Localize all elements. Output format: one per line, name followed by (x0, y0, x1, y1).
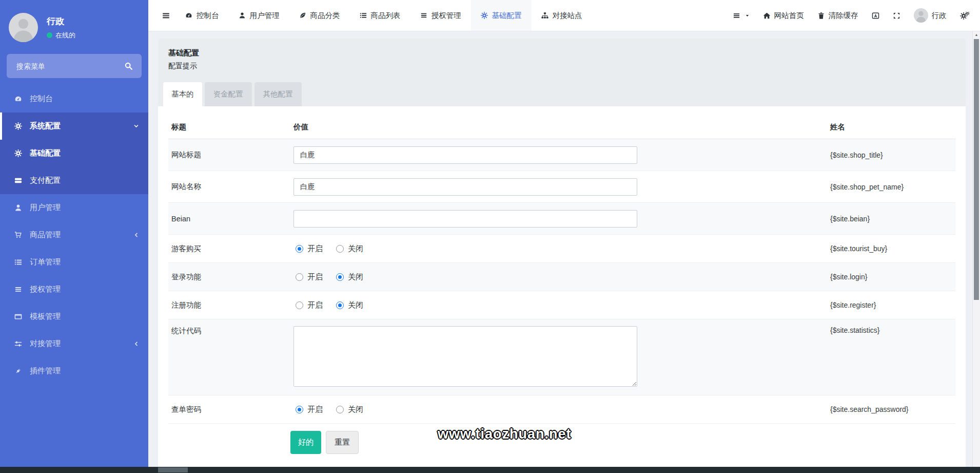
topnav-item-basic-config[interactable]: 基础配置 (471, 0, 532, 31)
row-value-cell (290, 210, 827, 228)
topnav-item-dock-site[interactable]: 对接站点 (532, 0, 592, 31)
topnav-item-users[interactable]: 用户管理 (229, 0, 289, 31)
radio-checked-icon[interactable] (296, 406, 303, 413)
online-status: 在线的 (55, 31, 75, 40)
radio-unchecked-icon[interactable] (296, 301, 303, 309)
radio-option-label: 关闭 (348, 405, 363, 414)
credit-card-icon (13, 177, 23, 184)
topnav-items: 控制台用户管理商品分类商品列表授权管理基础配置对接站点 (148, 0, 592, 31)
row-label: 登录功能 (168, 272, 290, 282)
sidebar-menu: 控制台系统配置基础配置支付配置用户管理商品管理订单管理授权管理模板管理对接管理插… (0, 85, 148, 385)
column-header-title: 标题 (168, 122, 290, 132)
sidebar-item-label: 控制台 (30, 94, 53, 104)
vertical-scrollbar-thumb[interactable] (974, 39, 979, 300)
nav-tool-site-home[interactable]: 网站首页 (763, 11, 804, 21)
radio-checked-icon[interactable] (336, 273, 344, 281)
scroll-up-icon[interactable]: ▲ (973, 31, 980, 36)
sidebar-item-payment-config[interactable]: 支付配置 (0, 167, 148, 194)
row-value-cell (290, 146, 827, 164)
horizontal-scrollbar-thumb[interactable] (158, 467, 188, 472)
radio-option-label: 关闭 (348, 272, 363, 282)
row-label: Beian (168, 215, 290, 223)
nav-tool-label: 清除缓存 (829, 11, 858, 21)
row-name: {$site.beian} (827, 215, 955, 223)
radio-option[interactable]: 开启 (296, 244, 323, 254)
nav-tool-user[interactable]: 行政 (914, 8, 947, 23)
tab-other[interactable]: 其他配置 (254, 82, 302, 106)
row-value-cell: 开启关闭 (290, 405, 827, 414)
tab-funds[interactable]: 资金配置 (205, 82, 252, 106)
radio-group: 开启关闭 (293, 405, 827, 414)
sidebar-item-label: 用户管理 (30, 203, 61, 213)
caret-down-icon (745, 13, 750, 18)
avatar[interactable] (9, 13, 38, 42)
radio-option[interactable]: 开启 (296, 405, 323, 414)
radio-option[interactable]: 关闭 (336, 405, 363, 414)
ok-button[interactable]: 好的 (290, 431, 321, 454)
topnav-item-label: 用户管理 (250, 11, 280, 21)
chevron-down-icon (133, 123, 139, 129)
search-input[interactable] (15, 62, 124, 71)
row-value-cell (290, 178, 827, 196)
radio-option[interactable]: 关闭 (336, 272, 363, 282)
nav-tool-settings[interactable] (960, 12, 970, 20)
radio-unchecked-icon[interactable] (336, 245, 344, 253)
sidebar-item-user-mgmt[interactable]: 用户管理 (0, 194, 148, 221)
nav-tool-label: 行政 (932, 11, 947, 21)
table-header-row: 标题 价值 姓名 (168, 116, 955, 139)
sidebar-item-order-mgmt[interactable]: 订单管理 (0, 249, 148, 276)
nav-tool-menu[interactable] (733, 12, 750, 20)
radio-option[interactable]: 关闭 (336, 244, 363, 254)
radio-option-label: 关闭 (348, 244, 363, 254)
sidebar-item-basic-config[interactable]: 基础配置 (0, 140, 148, 167)
sidebar-item-system-config[interactable]: 系统配置 (0, 112, 148, 140)
topnav-item-label: 对接站点 (553, 11, 582, 21)
text-input[interactable] (293, 210, 637, 228)
sidebar-item-auth-mgmt[interactable]: 授权管理 (0, 276, 148, 303)
search-icon[interactable] (124, 62, 133, 70)
nav-tool-fullscreen[interactable] (893, 12, 900, 20)
topnav-item-label: 授权管理 (432, 11, 461, 21)
topnav-item-auth[interactable]: 授权管理 (410, 0, 471, 31)
home-icon (763, 12, 771, 20)
sidebar-item-console[interactable]: 控制台 (0, 85, 148, 112)
topnav-item-goods-list[interactable]: 商品列表 (350, 0, 410, 31)
radio-option[interactable]: 关闭 (336, 300, 363, 310)
sidebar-item-goods-mgmt[interactable]: 商品管理 (0, 221, 148, 249)
sidebar-item-label: 授权管理 (30, 285, 61, 294)
sidebar-item-plugin-mgmt[interactable]: 插件管理 (0, 357, 148, 385)
sidebar-item-template-mgmt[interactable]: 模板管理 (0, 303, 148, 330)
sidebar-toggle-button[interactable] (162, 0, 175, 31)
text-input[interactable] (293, 178, 637, 196)
sidebar-item-dock-mgmt[interactable]: 对接管理 (0, 330, 148, 357)
card-header: 基础配置 配置提示 基本的资金配置其他配置 (158, 39, 966, 106)
horizontal-scrollbar[interactable] (0, 467, 980, 473)
profile: 行政 在线的 (0, 0, 148, 42)
radio-group: 开启关闭 (293, 244, 827, 254)
text-input[interactable] (293, 146, 637, 164)
topnav-item-label: 商品列表 (371, 11, 401, 21)
radio-option[interactable]: 开启 (296, 300, 323, 310)
tab-basic[interactable]: 基本的 (163, 82, 202, 106)
chevron-left-icon (133, 232, 139, 238)
gear-icon (481, 12, 488, 19)
radio-checked-icon[interactable] (296, 245, 303, 253)
tachometer-icon (13, 95, 23, 103)
hamburger-icon (733, 12, 740, 20)
row-name: {$site.search_password} (827, 405, 955, 413)
row-name: {$site.register} (827, 301, 955, 309)
topnav-item-goods-category[interactable]: 商品分类 (289, 0, 350, 31)
nav-tool-clear-cache[interactable]: 清除缓存 (817, 11, 858, 21)
statistics-textarea[interactable] (293, 326, 637, 387)
radio-checked-icon[interactable] (336, 301, 344, 309)
topnav-item-console[interactable]: 控制台 (175, 0, 229, 31)
row-value-cell: 开启关闭 (290, 300, 827, 310)
main-area: 基础配置 配置提示 基本的资金配置其他配置 标题 价值 姓名 网站标题{$sit… (148, 31, 980, 467)
nav-tool-translate[interactable] (872, 12, 879, 20)
radio-unchecked-icon[interactable] (296, 273, 303, 281)
list-icon (360, 12, 367, 19)
radio-unchecked-icon[interactable] (336, 406, 344, 413)
reset-button[interactable]: 重置 (326, 431, 359, 454)
vertical-scrollbar[interactable]: ▲ (972, 31, 980, 467)
radio-option[interactable]: 开启 (296, 272, 323, 282)
